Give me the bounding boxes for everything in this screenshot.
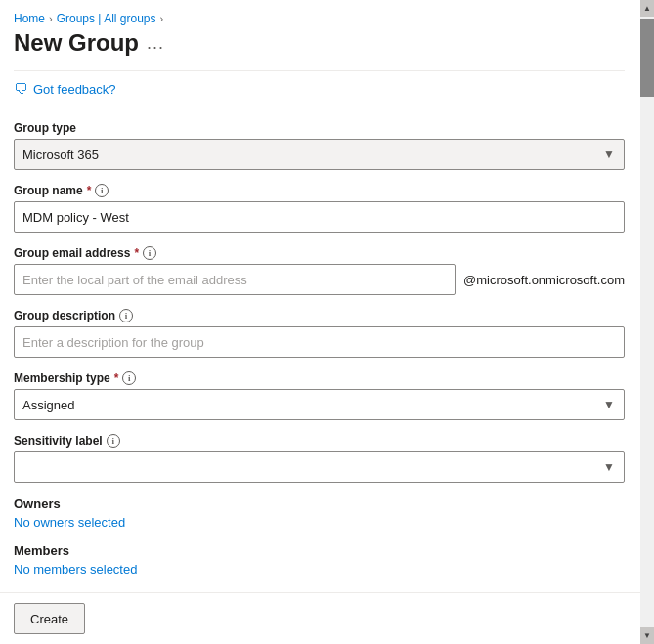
scrollbar-thumb[interactable] — [640, 19, 654, 97]
feedback-icon: 🗨 — [14, 81, 27, 97]
group-name-section: Group name * i — [14, 184, 625, 233]
group-name-required-star: * — [87, 184, 92, 197]
group-type-dropdown-wrapper: Microsoft 365 Security Mail-enabled secu… — [14, 139, 625, 170]
breadcrumb-sep1: › — [49, 13, 53, 24]
group-type-section: Group type Microsoft 365 Security Mail-e… — [14, 121, 625, 170]
group-name-label: Group name * i — [14, 184, 625, 197]
owners-heading: Owners — [14, 496, 625, 511]
owners-section: Owners No owners selected — [14, 496, 625, 530]
sensitivity-label-section: Sensitivity label i ▼ — [14, 434, 625, 483]
email-row: @microsoft.onmicrosoft.com — [14, 264, 625, 295]
breadcrumb-sep2: › — [160, 13, 164, 24]
group-description-section: Group description i — [14, 309, 625, 358]
group-email-required-star: * — [134, 246, 139, 260]
scrollbar-track[interactable]: ▲ ▼ — [640, 0, 654, 644]
group-name-input[interactable] — [14, 201, 625, 233]
membership-type-label: Membership type * i — [14, 371, 625, 385]
new-group-window: Home › Groups | All groups › New Group .… — [0, 0, 654, 644]
group-email-label: Group email address * i — [14, 246, 625, 260]
scrollbar-down-button[interactable]: ▼ — [640, 627, 654, 644]
scrollbar-up-button[interactable]: ▲ — [640, 0, 654, 17]
membership-type-section: Membership type * i Assigned Dynamic Use… — [14, 371, 625, 420]
members-section: Members No members selected — [14, 543, 625, 577]
group-email-input[interactable] — [14, 264, 456, 295]
page-title: New Group — [14, 29, 139, 57]
page-title-row: New Group ... — [14, 29, 625, 57]
sensitivity-dropdown-wrapper: ▼ — [14, 451, 625, 483]
members-heading: Members — [14, 543, 625, 558]
breadcrumb: Home › Groups | All groups › — [14, 12, 625, 25]
bottom-bar: Create — [0, 592, 654, 644]
group-type-label: Group type — [14, 121, 625, 135]
scrollbar-thumb-area — [640, 17, 654, 627]
group-description-label: Group description i — [14, 309, 625, 322]
scrollable-content[interactable]: Home › Groups | All groups › New Group .… — [0, 0, 654, 592]
sensitivity-label-select[interactable] — [14, 451, 625, 483]
group-type-select[interactable]: Microsoft 365 Security Mail-enabled secu… — [14, 139, 625, 170]
no-owners-link[interactable]: No owners selected — [14, 515, 125, 530]
sensitivity-label-label: Sensitivity label i — [14, 434, 625, 448]
breadcrumb-groups[interactable]: Groups | All groups — [57, 12, 156, 25]
membership-required-star: * — [114, 371, 119, 385]
group-email-section: Group email address * i @microsoft.onmic… — [14, 246, 625, 295]
group-email-info-icon[interactable]: i — [143, 246, 156, 260]
group-name-info-icon[interactable]: i — [95, 184, 109, 197]
title-divider — [14, 70, 625, 71]
breadcrumb-home[interactable]: Home — [14, 12, 45, 25]
group-description-input[interactable] — [14, 326, 625, 358]
email-domain: @microsoft.onmicrosoft.com — [463, 273, 625, 287]
feedback-row[interactable]: 🗨 Got feedback? — [14, 81, 625, 107]
membership-type-dropdown-wrapper: Assigned Dynamic User Dynamic Device ▼ — [14, 389, 625, 420]
more-options-icon[interactable]: ... — [147, 33, 164, 54]
membership-type-select[interactable]: Assigned Dynamic User Dynamic Device — [14, 389, 625, 420]
create-button[interactable]: Create — [14, 603, 85, 634]
group-description-info-icon[interactable]: i — [119, 309, 133, 322]
sensitivity-info-icon[interactable]: i — [107, 434, 120, 448]
no-members-link[interactable]: No members selected — [14, 562, 137, 577]
feedback-label[interactable]: Got feedback? — [33, 82, 116, 97]
membership-info-icon[interactable]: i — [122, 371, 136, 385]
